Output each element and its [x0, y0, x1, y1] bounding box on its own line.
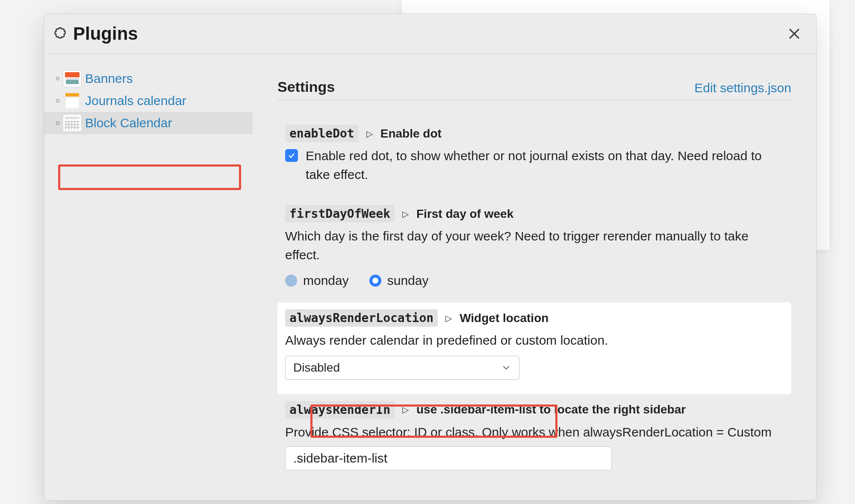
checkmark-icon — [288, 152, 295, 159]
plugins-sidebar: Banners Journals calendar Block Calendar — [44, 54, 253, 501]
setting-key-code: enableDot — [285, 125, 359, 142]
setting-title-line: alwaysRenderLocation ▷ Widget location — [285, 309, 784, 327]
banners-plugin-icon — [63, 70, 82, 87]
sidebar-item-label: Journals calendar — [85, 94, 186, 108]
setting-key-code: firstDayOfWeek — [285, 205, 395, 223]
setting-key-code: alwaysRenderLocation — [285, 309, 438, 327]
enable-dot-checkbox[interactable] — [285, 149, 298, 162]
radio-monday[interactable]: monday — [285, 273, 349, 288]
triangle-icon: ▷ — [402, 404, 409, 415]
first-day-radio-group: monday sunday — [285, 273, 784, 288]
setting-description: Provide CSS selector: ID or class. Only … — [285, 423, 784, 442]
journals-calendar-plugin-icon — [63, 92, 82, 109]
setting-title: Enable dot — [380, 127, 442, 141]
modal-title: Plugins — [73, 23, 138, 44]
setting-description: Always render calendar in predefined or … — [285, 331, 784, 350]
radio-icon — [285, 275, 297, 287]
select-value: Disabled — [293, 361, 340, 375]
setting-description: Enable red dot, to show whether or not j… — [306, 147, 784, 184]
modal-header: Plugins — [44, 14, 816, 54]
modal-header-left: Plugins — [53, 23, 138, 44]
settings-heading: Settings — [277, 79, 335, 95]
radio-label: sunday — [387, 273, 429, 288]
radio-icon — [369, 275, 381, 287]
sidebar-item-label: Block Calendar — [85, 116, 172, 130]
settings-headerline: Settings Edit settings.json — [277, 79, 791, 100]
setting-title-line: alwaysRenderIn ▷ use .sidebar-item-list … — [285, 401, 784, 419]
setting-title: Widget location — [460, 311, 548, 325]
setting-description: Which day is the first day of your week?… — [285, 227, 784, 264]
setting-always-render-in: alwaysRenderIn ▷ use .sidebar-item-list … — [277, 394, 791, 485]
setting-first-day-of-week: firstDayOfWeek ▷ First day of week Which… — [277, 198, 791, 302]
radio-sunday[interactable]: sunday — [369, 273, 429, 288]
chevron-down-icon — [501, 363, 511, 373]
setting-title-line: firstDayOfWeek ▷ First day of week — [285, 205, 784, 223]
triangle-icon: ▷ — [445, 313, 452, 323]
edit-settings-json-link[interactable]: Edit settings.json — [694, 81, 791, 95]
list-bullet-icon — [56, 77, 59, 80]
setting-title: First day of week — [416, 207, 513, 221]
block-calendar-plugin-icon — [63, 114, 82, 132]
setting-enable-dot: enableDot ▷ Enable dot Enable red dot, t… — [277, 118, 791, 198]
sidebar-item-label: Banners — [85, 71, 133, 86]
close-icon[interactable] — [787, 26, 802, 41]
setting-key-code: alwaysRenderIn — [285, 401, 395, 419]
modal-body: Banners Journals calendar Block Calendar… — [44, 54, 816, 501]
sidebar-item-banners[interactable]: Banners — [44, 67, 253, 90]
list-bullet-icon — [56, 121, 59, 125]
widget-location-select[interactable]: Disabled — [285, 356, 519, 380]
radio-label: monday — [303, 273, 349, 288]
enable-dot-checkbox-row: Enable red dot, to show whether or not j… — [285, 147, 784, 184]
setting-always-render-location: alwaysRenderLocation ▷ Widget location A… — [277, 302, 791, 394]
plugin-icon — [53, 27, 66, 40]
sidebar-item-journals-calendar[interactable]: Journals calendar — [44, 90, 253, 112]
sidebar-item-block-calendar[interactable]: Block Calendar — [44, 112, 253, 134]
setting-title: use .sidebar-item-list to locate the rig… — [416, 403, 686, 416]
triangle-icon: ▷ — [402, 209, 409, 219]
list-bullet-icon — [56, 99, 59, 103]
triangle-icon: ▷ — [366, 129, 373, 139]
setting-title-line: enableDot ▷ Enable dot — [285, 125, 784, 142]
settings-content: Settings Edit settings.json enableDot ▷ … — [253, 54, 816, 501]
plugins-modal: Plugins Banners Journals calendar Block … — [44, 14, 817, 501]
always-render-in-input[interactable] — [285, 446, 612, 470]
